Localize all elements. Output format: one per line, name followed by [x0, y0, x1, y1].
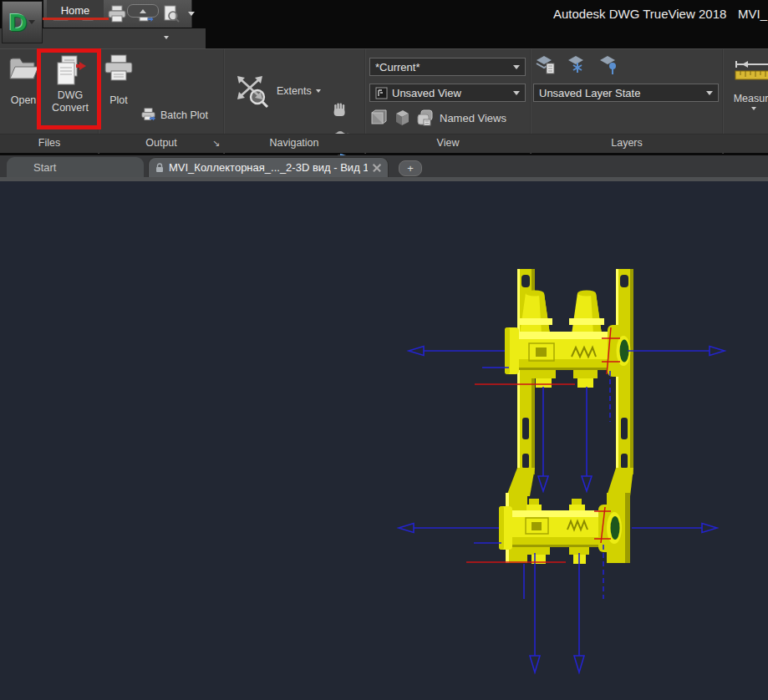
- pan-button[interactable]: [330, 101, 348, 119]
- axis-arrows[interactable]: [399, 347, 725, 673]
- view-current-value: *Current*: [375, 61, 513, 74]
- dropdown-arrow-icon: [513, 65, 520, 69]
- drawing-tab-label: MVI_Коллекторная_..._2-3D вид - Вид 1: [169, 161, 368, 174]
- layer-state-value: Unsaved Layer State: [539, 87, 706, 99]
- plot-preview-icon[interactable]: [162, 5, 181, 23]
- files-panel-caption[interactable]: Files: [12, 137, 87, 149]
- view-thumbnail-icon: [375, 87, 388, 99]
- app-window: { "window": { "title": "Autodesk DWG Tru…: [0, 0, 768, 700]
- file-tab-bar: Start MVI_Коллекторная_..._2-3D вид - Ви…: [0, 155, 768, 177]
- layers-panel-caption[interactable]: Layers: [577, 137, 677, 149]
- layer-tools-row: [535, 53, 620, 75]
- dropdown-arrow-icon: [513, 91, 520, 95]
- plot-icon[interactable]: [107, 5, 127, 23]
- extents-label: Extents: [277, 85, 312, 97]
- dwg-convert-button[interactable]: DWG Convert: [48, 54, 93, 114]
- app-title: Autodesk DWG TrueView 2018: [553, 7, 726, 21]
- home-tab-underline: [42, 18, 109, 20]
- view-tools-row: Named Views: [369, 109, 506, 127]
- unsaved-view-value: Unsaved View: [392, 87, 513, 99]
- app-menu-caret-icon: [28, 20, 35, 24]
- batch-plot-label: Batch Plot: [160, 109, 208, 121]
- start-tab-label: Start: [33, 161, 144, 174]
- view-current-dropdown[interactable]: *Current*: [369, 58, 526, 76]
- cube-view-icon[interactable]: [393, 109, 411, 127]
- named-views-icon[interactable]: [416, 109, 435, 127]
- zoom-extents-icon: [234, 74, 269, 108]
- tab-start[interactable]: Start: [7, 157, 144, 177]
- layer-state-dropdown[interactable]: Unsaved Layer State: [533, 84, 719, 102]
- dwg-convert-icon: [53, 54, 87, 86]
- lock-icon: [155, 163, 164, 173]
- box-view-icon[interactable]: [369, 109, 388, 127]
- drawing-svg[interactable]: [0, 181, 768, 700]
- open-folder-icon: [8, 54, 39, 83]
- close-tab-icon[interactable]: [373, 164, 381, 172]
- new-tab-button[interactable]: +: [399, 160, 422, 176]
- ribbon-collapse-button[interactable]: [127, 4, 159, 18]
- document-title: MVI_: [738, 7, 767, 21]
- ribbon-tab-row: [0, 28, 768, 48]
- application-menu-button[interactable]: D: [2, 1, 43, 43]
- plot-button[interactable]: Plot: [102, 54, 135, 106]
- collapse-arrow-icon: [140, 9, 146, 13]
- unsaved-view-dropdown[interactable]: Unsaved View: [369, 84, 526, 102]
- measure-ruler-icon: [734, 54, 768, 84]
- batch-plot-button[interactable]: Batch Plot: [140, 108, 208, 122]
- layer-freeze-icon[interactable]: [567, 53, 588, 75]
- open-button[interactable]: Open: [5, 54, 42, 106]
- customize-dropdown-icon[interactable]: [188, 12, 195, 16]
- open-button-label: Open: [11, 94, 37, 106]
- panel-caption-strip: Files Output ↘ Navigation View Layers: [0, 134, 768, 153]
- measure-caret-icon: [751, 107, 756, 110]
- drawing-canvas[interactable]: [0, 181, 768, 700]
- tab-drawing[interactable]: MVI_Коллекторная_..._2-3D вид - Вид 1: [148, 157, 389, 177]
- dropdown-arrow-icon: [706, 91, 713, 95]
- plot-printer-icon: [103, 54, 135, 83]
- measure-button[interactable]: Measure: [729, 54, 768, 110]
- layer-isolate-icon[interactable]: [598, 53, 620, 75]
- named-views-label[interactable]: Named Views: [440, 112, 506, 124]
- dwg-convert-label: DWG Convert: [48, 89, 92, 114]
- zoom-extents-button[interactable]: Extents: [234, 74, 321, 108]
- pan-hand-icon: [330, 101, 348, 119]
- view-panel-caption[interactable]: View: [398, 137, 498, 149]
- plot-button-label: Plot: [109, 94, 128, 106]
- navigation-panel-caption[interactable]: Navigation: [244, 137, 344, 149]
- app-logo-d: D: [9, 10, 28, 35]
- output-panel-caption[interactable]: Output: [111, 137, 211, 149]
- batch-plot-icon: [140, 108, 156, 122]
- ribbon-options-caret-icon[interactable]: [164, 36, 169, 39]
- output-dialog-launcher-icon[interactable]: ↘: [212, 138, 220, 149]
- layer-properties-icon[interactable]: [535, 53, 557, 75]
- measure-label: Measure: [734, 93, 768, 104]
- extents-caret-icon: [316, 89, 321, 93]
